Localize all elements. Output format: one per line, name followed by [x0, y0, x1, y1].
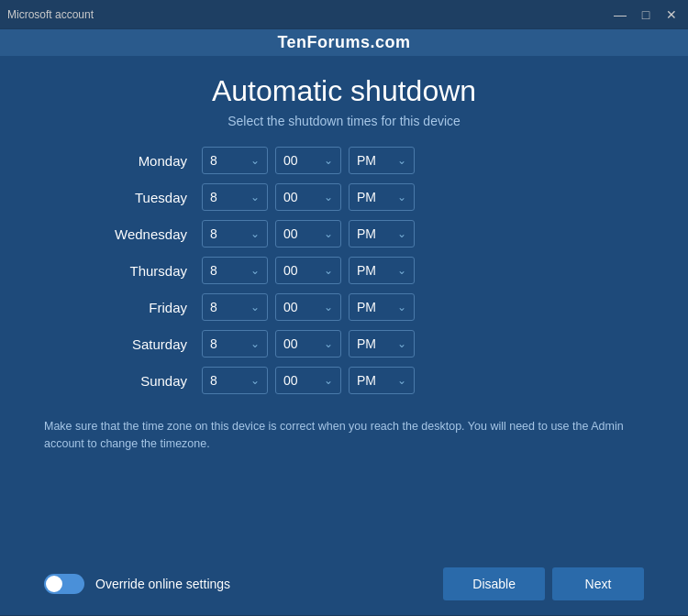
chevron-down-icon: ⌄ — [397, 264, 406, 277]
period-value: PM — [357, 336, 376, 351]
chevron-down-icon: ⌄ — [250, 154, 260, 167]
time-dropdowns-sunday: 8 ⌄ 00 ⌄ PM ⌄ — [202, 367, 415, 394]
period-value: PM — [357, 263, 376, 278]
schedule-row: Thursday 8 ⌄ 00 ⌄ PM ⌄ — [115, 257, 573, 284]
chevron-down-icon: ⌄ — [397, 337, 406, 350]
chevron-down-icon: ⌄ — [397, 154, 406, 167]
day-label-thursday: Thursday — [115, 263, 202, 279]
override-toggle[interactable] — [44, 574, 84, 594]
hour-dropdown-monday[interactable]: 8 ⌄ — [202, 147, 268, 174]
time-dropdowns-saturday: 8 ⌄ 00 ⌄ PM ⌄ — [202, 330, 415, 358]
period-dropdown-sunday[interactable]: PM ⌄ — [349, 367, 415, 394]
hour-dropdown-wednesday[interactable]: 8 ⌄ — [202, 220, 268, 248]
chevron-down-icon: ⌄ — [250, 264, 260, 277]
schedule-row: Wednesday 8 ⌄ 00 ⌄ PM ⌄ — [115, 220, 573, 248]
period-dropdown-friday[interactable]: PM ⌄ — [349, 293, 415, 321]
chevron-down-icon: ⌄ — [324, 227, 333, 240]
hour-value: 8 — [210, 373, 217, 388]
hour-dropdown-tuesday[interactable]: 8 ⌄ — [202, 183, 268, 211]
day-label-wednesday: Wednesday — [115, 226, 202, 242]
chevron-down-icon: ⌄ — [250, 227, 260, 240]
toggle-section: Override online settings — [44, 574, 230, 594]
page-title: Automatic shutdown — [212, 74, 476, 108]
close-button[interactable]: ✕ — [662, 8, 681, 21]
chevron-down-icon: ⌄ — [324, 264, 333, 277]
period-dropdown-thursday[interactable]: PM ⌄ — [349, 257, 415, 284]
hour-dropdown-thursday[interactable]: 8 ⌄ — [202, 257, 268, 284]
footer: Override online settings Disable Next — [37, 567, 651, 600]
time-dropdowns-thursday: 8 ⌄ 00 ⌄ PM ⌄ — [202, 257, 415, 284]
main-content: Automatic shutdown Select the shutdown t… — [0, 56, 688, 615]
time-dropdowns-monday: 8 ⌄ 00 ⌄ PM ⌄ — [202, 147, 415, 174]
chevron-down-icon: ⌄ — [250, 301, 260, 314]
period-value: PM — [357, 226, 376, 241]
schedule-row: Tuesday 8 ⌄ 00 ⌄ PM ⌄ — [115, 183, 573, 211]
chevron-down-icon: ⌄ — [250, 191, 260, 204]
schedule-container: Monday 8 ⌄ 00 ⌄ PM ⌄ Tuesday 8 — [115, 147, 573, 403]
chevron-down-icon: ⌄ — [324, 374, 333, 387]
toggle-knob — [46, 576, 62, 592]
title-bar-text: Microsoft account — [7, 8, 94, 21]
minute-dropdown-monday[interactable]: 00 ⌄ — [275, 147, 341, 174]
day-label-friday: Friday — [115, 300, 202, 315]
hour-dropdown-sunday[interactable]: 8 ⌄ — [202, 367, 268, 394]
period-value: PM — [357, 190, 376, 204]
hour-value: 8 — [210, 190, 217, 204]
day-label-saturday: Saturday — [115, 336, 202, 352]
schedule-row: Monday 8 ⌄ 00 ⌄ PM ⌄ — [115, 147, 573, 174]
minute-dropdown-wednesday[interactable]: 00 ⌄ — [275, 220, 341, 248]
hour-value: 8 — [210, 263, 217, 278]
minute-value: 00 — [283, 263, 298, 278]
disable-button[interactable]: Disable — [443, 567, 545, 600]
note-text: Make sure that the time zone on this dev… — [37, 418, 651, 453]
chevron-down-icon: ⌄ — [324, 191, 333, 204]
action-buttons: Disable Next — [443, 567, 644, 600]
period-value: PM — [357, 153, 376, 168]
minute-value: 00 — [283, 336, 298, 351]
hour-value: 8 — [210, 300, 217, 314]
chevron-down-icon: ⌄ — [397, 227, 406, 240]
period-dropdown-saturday[interactable]: PM ⌄ — [349, 330, 415, 358]
chevron-down-icon: ⌄ — [250, 374, 260, 387]
time-dropdowns-friday: 8 ⌄ 00 ⌄ PM ⌄ — [202, 293, 415, 321]
time-dropdowns-wednesday: 8 ⌄ 00 ⌄ PM ⌄ — [202, 220, 415, 248]
schedule-row: Friday 8 ⌄ 00 ⌄ PM ⌄ — [115, 293, 573, 321]
chevron-down-icon: ⌄ — [397, 374, 406, 387]
hour-value: 8 — [210, 153, 217, 168]
minute-value: 00 — [283, 300, 298, 314]
period-value: PM — [357, 300, 376, 314]
minute-dropdown-sunday[interactable]: 00 ⌄ — [275, 367, 341, 394]
chevron-down-icon: ⌄ — [324, 301, 333, 314]
minute-value: 00 — [283, 190, 298, 204]
minute-value: 00 — [283, 226, 298, 241]
hour-dropdown-friday[interactable]: 8 ⌄ — [202, 293, 268, 321]
chevron-down-icon: ⌄ — [324, 154, 333, 167]
hour-value: 8 — [210, 336, 217, 351]
period-dropdown-wednesday[interactable]: PM ⌄ — [349, 220, 415, 248]
title-bar: Microsoft account — □ ✕ — [0, 0, 688, 29]
schedule-row: Saturday 8 ⌄ 00 ⌄ PM ⌄ — [115, 330, 573, 358]
maximize-button[interactable]: □ — [637, 8, 655, 21]
chevron-down-icon: ⌄ — [397, 191, 406, 204]
toggle-label: Override online settings — [95, 577, 230, 591]
chevron-down-icon: ⌄ — [250, 337, 260, 350]
minimize-button[interactable]: — — [611, 8, 629, 21]
chevron-down-icon: ⌄ — [397, 301, 406, 314]
period-value: PM — [357, 373, 376, 388]
minute-dropdown-thursday[interactable]: 00 ⌄ — [275, 257, 341, 284]
hour-dropdown-saturday[interactable]: 8 ⌄ — [202, 330, 268, 358]
minute-value: 00 — [283, 153, 298, 168]
time-dropdowns-tuesday: 8 ⌄ 00 ⌄ PM ⌄ — [202, 183, 415, 211]
minute-dropdown-saturday[interactable]: 00 ⌄ — [275, 330, 341, 358]
chevron-down-icon: ⌄ — [324, 337, 333, 350]
schedule-row: Sunday 8 ⌄ 00 ⌄ PM ⌄ — [115, 367, 573, 394]
minute-dropdown-friday[interactable]: 00 ⌄ — [275, 293, 341, 321]
day-label-sunday: Sunday — [115, 373, 202, 389]
day-label-monday: Monday — [115, 153, 202, 169]
period-dropdown-monday[interactable]: PM ⌄ — [349, 147, 415, 174]
period-dropdown-tuesday[interactable]: PM ⌄ — [349, 183, 415, 211]
day-label-tuesday: Tuesday — [115, 190, 202, 205]
minute-dropdown-tuesday[interactable]: 00 ⌄ — [275, 183, 341, 211]
title-bar-controls: — □ ✕ — [611, 8, 681, 21]
next-button[interactable]: Next — [552, 567, 644, 600]
